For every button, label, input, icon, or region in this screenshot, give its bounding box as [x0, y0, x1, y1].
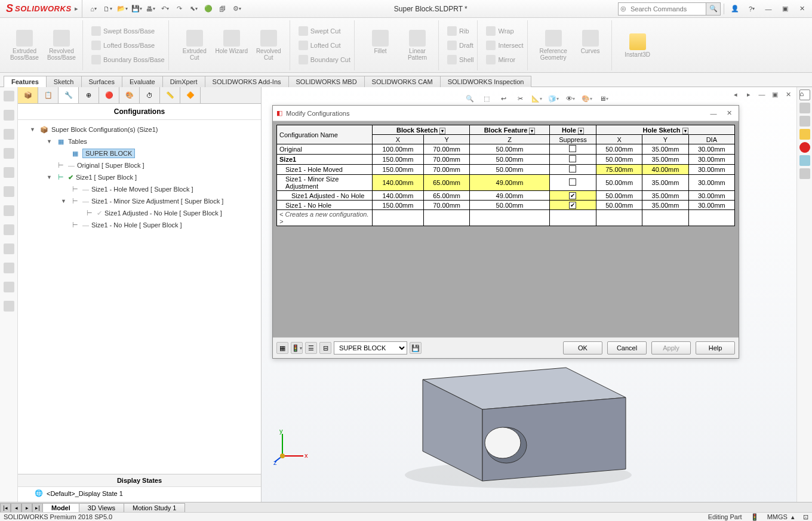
status-rebuild-icon[interactable]: 🚦 [751, 513, 759, 521]
search-button[interactable]: 🔍 [706, 3, 720, 15]
tab-features[interactable]: Features [4, 76, 47, 87]
task-icon[interactable] [4, 91, 14, 101]
dropdown-icon[interactable]: ▾ [682, 128, 688, 134]
suppress-checkbox[interactable] [569, 178, 576, 186]
dropdown-icon[interactable]: ▾ [439, 128, 445, 134]
home-icon[interactable]: ⌂ [87, 2, 100, 16]
suppress-checkbox[interactable] [569, 155, 576, 162]
task-resources-icon[interactable] [799, 103, 810, 113]
table-name-select[interactable]: SUPER BLOCK [334, 341, 407, 354]
task-icon[interactable] [4, 167, 14, 178]
table-row[interactable]: Size1 - No Hole150.00mm70.00mm50.00mm✔50… [277, 201, 735, 210]
tab-scroll-last[interactable]: ▸| [32, 503, 43, 513]
draft-button[interactable]: Draft [447, 38, 473, 53]
task-icon[interactable] [4, 224, 14, 235]
task-appearances-icon[interactable] [799, 155, 810, 166]
fillet-button[interactable]: Fillet [363, 30, 398, 61]
settings-gear-icon[interactable]: ⚙ [230, 2, 244, 16]
new-config-row[interactable]: < Creates a new configuration. > [277, 210, 373, 226]
status-custom-icon[interactable]: ⊡ [803, 513, 808, 521]
table-view-icon[interactable]: ▦ [276, 342, 288, 354]
lofted-boss-button[interactable]: Lofted Boss/Base [91, 38, 165, 53]
suppress-checkbox[interactable]: ✔ [569, 192, 576, 199]
task-icon[interactable] [4, 243, 14, 254]
task-icon[interactable] [4, 263, 14, 273]
col-group-hole-sketch[interactable]: Hole Sketch ▾ [596, 125, 735, 135]
hole-wizard-button[interactable]: Hole Wizard [214, 30, 249, 61]
search-commands[interactable]: ◎ 🔍 [618, 2, 721, 16]
doc-restore-icon[interactable]: ▣ [769, 88, 781, 100]
task-icon[interactable] [4, 282, 14, 292]
zoom-area-icon[interactable]: ⬚ [480, 92, 493, 105]
tab-dimxpert[interactable]: DimXpert [162, 76, 205, 87]
col-bs-y[interactable]: Y [423, 135, 469, 144]
apply-button[interactable]: Apply [651, 341, 691, 354]
col-bf-z[interactable]: Z [470, 135, 550, 144]
save-icon[interactable]: 💾 [130, 2, 143, 16]
tree-config-original[interactable]: ⊢—Original [ Super Block ] [20, 159, 259, 171]
undo-icon[interactable]: ↶ [159, 2, 172, 16]
user-icon[interactable]: 👤 [727, 2, 743, 16]
options-icon[interactable]: 🗐 [216, 2, 229, 16]
tab-cam[interactable]: SOLIDWORKS CAM [364, 76, 441, 87]
traffic-light-icon[interactable]: 🚦 [291, 342, 303, 354]
doc-prev-icon[interactable]: ◂ [730, 88, 742, 100]
graphics-viewport[interactable]: ◂ ▸ — ▣ ✕ 🔍 ⬚ ↩ ✂ 📐 🧊 👁 🎨 🖥 ◧Modify Conf… [262, 87, 812, 502]
task-icon[interactable] [4, 301, 14, 312]
list-icon[interactable]: ☰ [305, 342, 317, 354]
print-icon[interactable]: 🖶 [144, 2, 158, 16]
shell-button[interactable]: Shell [447, 53, 473, 67]
fm-tab-dimxpert[interactable]: ⊕ [79, 87, 99, 103]
curves-button[interactable]: Curves [573, 30, 608, 61]
suppress-checkbox[interactable] [569, 145, 576, 152]
tab-addins[interactable]: SOLIDWORKS Add-Ins [205, 76, 289, 87]
task-icon[interactable] [4, 205, 14, 216]
search-input[interactable] [628, 3, 706, 15]
swept-boss-button[interactable]: Swept Boss/Base [91, 24, 165, 38]
doc-next-icon[interactable]: ▸ [743, 88, 755, 100]
intersect-button[interactable]: Intersect [486, 38, 523, 53]
fm-tab-feature-tree[interactable]: 📦 [18, 87, 38, 103]
display-style-icon[interactable]: 🧊 [547, 92, 560, 105]
dropdown-icon[interactable]: ▾ [578, 128, 584, 134]
task-icon[interactable] [4, 186, 14, 197]
tab-motion-study[interactable]: Motion Study 1 [124, 503, 185, 513]
redo-icon[interactable]: ↷ [173, 2, 186, 16]
tab-scroll-prev[interactable]: ◂ [11, 503, 21, 513]
view-triad[interactable]: x y z [273, 429, 309, 466]
tree-config-minor-adj[interactable]: ▼⊢—Size1 - Minor Size Adjustment [ Super… [20, 195, 259, 207]
tree-config-hole-moved[interactable]: ⊢—Size1 - Hole Moved [ Super Block ] [20, 183, 259, 195]
tree-root[interactable]: ▼📦Super Block Configuration(s) (Size1) [20, 124, 259, 135]
apply-scene-icon[interactable]: 🖥 [597, 92, 610, 105]
tree-list-icon[interactable]: ⊟ [319, 342, 331, 354]
tree-table-item[interactable]: ▦SUPER BLOCK [20, 147, 259, 159]
dialog-close-icon[interactable]: ✕ [723, 107, 735, 119]
new-file-icon[interactable]: 🗋 [102, 2, 115, 16]
col-suppress[interactable]: Suppress [549, 135, 596, 144]
open-file-icon[interactable]: 📂 [116, 2, 129, 16]
tab-scroll-next[interactable]: ▸ [21, 503, 32, 513]
task-library-icon[interactable] [799, 116, 810, 127]
tab-scroll-first[interactable]: |◂ [0, 503, 11, 513]
table-row[interactable]: Size1 - Minor Size Adjustment140.00mm65.… [277, 175, 735, 191]
previous-view-icon[interactable]: ↩ [497, 92, 510, 105]
edit-appearance-icon[interactable]: 🎨 [580, 92, 593, 105]
status-units[interactable]: MMGS ▴ [767, 513, 795, 521]
tree-tables[interactable]: ▼▦Tables [20, 135, 259, 147]
tab-evaluate[interactable]: Evaluate [122, 76, 163, 87]
tree-config-nohole[interactable]: ⊢—Size1 - No Hole [ Super Block ] [20, 219, 259, 231]
col-bs-x[interactable]: X [373, 135, 424, 144]
dialog-minimize-icon[interactable]: — [708, 107, 719, 119]
table-row[interactable]: Size1 - Hole Moved150.00mm70.00mm50.00mm… [277, 165, 735, 175]
rib-button[interactable]: Rib [447, 24, 473, 38]
tab-surfaces[interactable]: Surfaces [81, 76, 122, 87]
col-group-block-sketch[interactable]: Block Sketch ▾ [373, 125, 470, 135]
col-dia[interactable]: DIA [688, 135, 734, 144]
reference-geometry-button[interactable]: Reference Geometry [536, 30, 571, 61]
fm-tab-property[interactable]: 📋 [38, 87, 59, 103]
table-row[interactable]: Size1 Adjusted - No Hole140.00mm65.00mm4… [277, 191, 735, 201]
rebuild-icon[interactable]: 🟢 [202, 2, 215, 16]
mirror-button[interactable]: Mirror [486, 53, 523, 67]
boundary-cut-button[interactable]: Boundary Cut [299, 53, 350, 67]
col-config-name[interactable]: Configuration Name [277, 125, 373, 144]
